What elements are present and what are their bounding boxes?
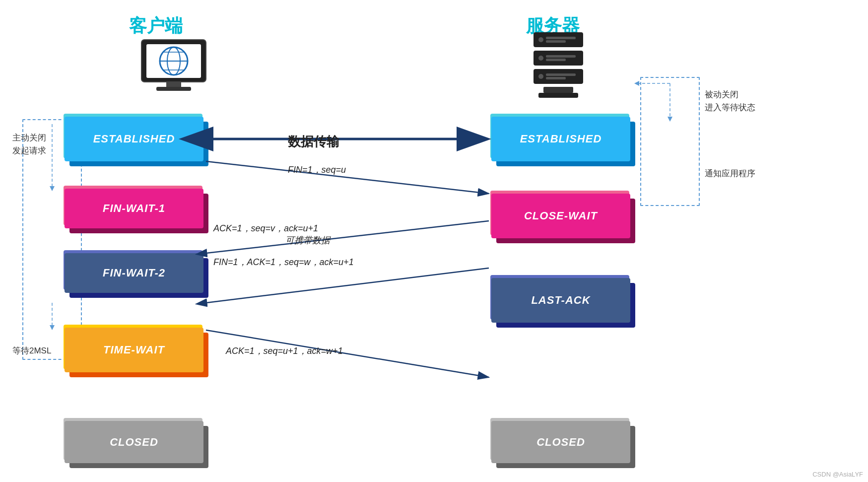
side-note-passive-close: 被动关闭 进入等待状态	[705, 88, 755, 114]
svg-point-14	[538, 56, 543, 61]
watermark: CSDN @AsiaLYF	[812, 471, 863, 478]
side-note-wait-2msl: 等待2MSL	[12, 345, 51, 356]
svg-line-30	[206, 268, 489, 303]
svg-rect-22	[538, 93, 578, 98]
msg-fin2: FIN=1，ACK=1，seq=w，ack=u+1	[213, 256, 354, 268]
msg-ack1: ACK=1，seq=v，ack=u+1	[213, 222, 318, 234]
dashed-box-server	[640, 77, 700, 206]
diagram-container: 客户端 服务器	[0, 0, 868, 482]
svg-rect-16	[546, 59, 566, 61]
svg-rect-19	[546, 73, 576, 76]
svg-rect-11	[546, 37, 576, 39]
title-client: 客户端	[129, 14, 183, 38]
svg-point-18	[538, 74, 543, 79]
side-note-active-close: 主动关闭 发起请求	[12, 132, 46, 157]
arrows-svg	[0, 0, 868, 482]
data-transfer-label: 数据传输	[288, 133, 339, 150]
state-established-server: ESTABLISHED	[491, 117, 630, 161]
server-icon	[529, 30, 588, 99]
state-fin-wait-1: FIN-WAIT-1	[65, 189, 203, 228]
msg-fin1: FIN=1，seq=u	[288, 164, 346, 176]
state-time-wait: TIME-WAIT	[65, 328, 203, 372]
svg-rect-15	[546, 55, 576, 58]
svg-rect-8	[156, 87, 191, 91]
state-established-client: ESTABLISHED	[65, 117, 203, 161]
state-fin-wait-2: FIN-WAIT-2	[65, 253, 203, 293]
svg-line-28	[206, 161, 489, 194]
computer-icon	[134, 37, 213, 97]
state-last-ack: LAST-ACK	[491, 278, 630, 323]
state-closed-server: CLOSED	[491, 421, 630, 463]
msg-can-carry: 可携带数据	[285, 234, 330, 246]
state-close-wait: CLOSE-WAIT	[491, 194, 630, 238]
svg-rect-12	[546, 40, 566, 43]
svg-point-10	[538, 37, 543, 42]
side-note-notify-app: 通知应用程序	[705, 168, 755, 179]
svg-marker-39	[634, 81, 639, 86]
state-closed-client: CLOSED	[65, 421, 203, 463]
svg-rect-20	[546, 77, 566, 79]
svg-rect-21	[543, 87, 573, 93]
svg-rect-7	[166, 82, 181, 87]
msg-ack2: ACK=1，seq=u+1，ack=w+1	[226, 345, 343, 357]
